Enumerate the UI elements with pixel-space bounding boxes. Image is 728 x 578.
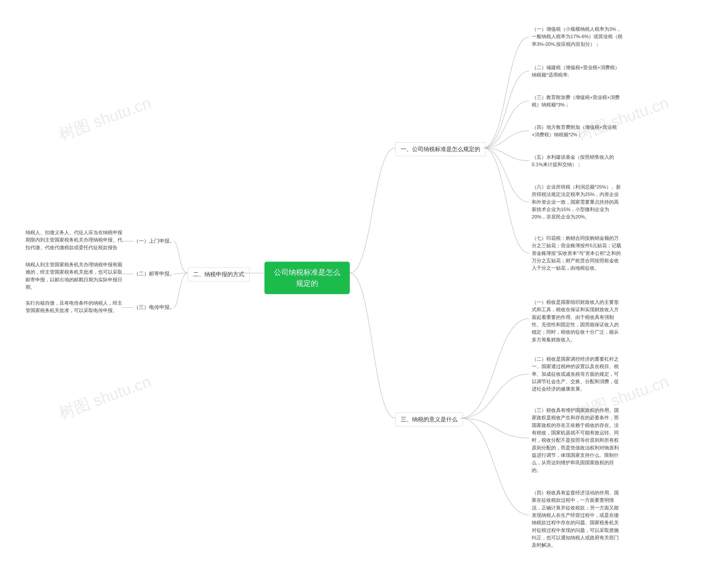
branch-3: 三、纳税的意义是什么 [395,412,463,426]
branch1-item-4: （四）地方教育费附加（增值税+营业税+消费税）纳税额*2%； [532,124,623,139]
branch2-desc-3: 实行自核自缴，且有电传条件的纳税人，经主管国家税务机关批准，可以采取电传申报。 [26,300,122,315]
branch2-desc-2: 纳税人到主管国家税务机关办理纳税申报有困难的，经主管国家税务机关批准，也可以采取… [26,261,122,291]
branch1-item-1: （一）增值税（小规模纳税人税率为3%，一般纳税人税率为17%-6%）或营业税（税… [532,26,623,48]
branch3-item-2: （二）税收是国家调控经济的重要杠杆之一。国家通过税种的设置以及在税目、税率、加成… [532,356,623,393]
branch1-item-2: （二）城建税（增值税+营业税+消费税）纳税额*适用税率; [532,64,623,79]
branch3-item-4: （四）税收具有监督经济活动的作用。国家在征收税款过程中，一方面要查明情况，正确计… [532,489,623,549]
branch2-sub-1: （一）上门申报。 [134,237,175,244]
branch2-sub-3: （三）电传申报。 [134,304,175,310]
branch2-desc-1: 纳税人、扣缴义务人、代征人应当在纳税申报期限内到主管国家税务机关办理纳税申报、代… [26,229,122,251]
branch1-item-6: （六）企业所得税（利润总额*25%）。新所得税法规定法定税率为25%，内资企业和… [532,183,623,221]
branch1-item-3: （三）教育附加费（增值税+营业税+消费税）纳税额*3%； [532,94,623,109]
branch1-item-5: （五）水利建设基金（按照销售收入的0.1%来计提和交纳）； [532,154,623,169]
branch-1: 一、公司纳税标准是怎么规定的 [395,142,486,156]
branch-2: 二、纳税申报的方式 [188,268,250,281]
branch3-item-1: （一）税收是国家组织财政收入的主要形式和工具，税收在保证和实现财政收入方面起着重… [532,299,623,344]
watermark: 树图 shutu.cn [56,371,154,424]
center-node: 公司纳税标准是怎么规定的 [264,262,350,294]
branch3-item-3: （三）税收具有维护国家政权的作用。国家政权是税收产生和存在的必要条件，而国家政权… [532,407,623,474]
branch2-sub-2: （二）邮寄申报。 [134,270,175,277]
watermark: 树图 shutu.cn [56,92,154,145]
branch1-item-7: （七）印花税：购销合同按购销金额的万分之三贴花；营业账簿按件5元贴花；记载资金账… [532,235,623,272]
